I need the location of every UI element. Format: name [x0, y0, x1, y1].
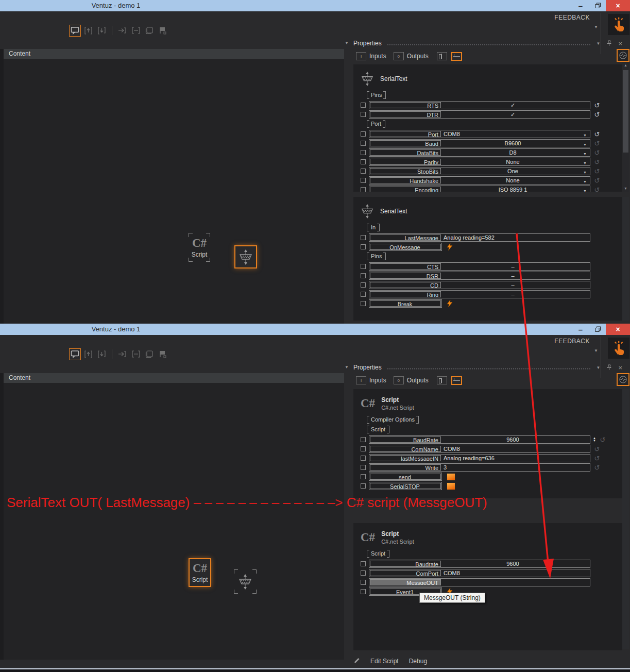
inputs-tab-icon[interactable]: I	[356, 52, 366, 60]
property-label[interactable]: DSR	[370, 273, 441, 279]
serialtext-node[interactable]	[234, 569, 257, 594]
property-value[interactable]: –	[441, 263, 589, 270]
chevron-down-icon[interactable]: ▼	[594, 25, 598, 29]
row-checkbox[interactable]	[361, 273, 366, 278]
fit-horizontal-icon[interactable]	[130, 348, 142, 360]
property-label[interactable]: ComPort	[370, 570, 441, 576]
dropdown-caret-icon[interactable]: ▼	[583, 179, 587, 183]
tab-outputs[interactable]: Outputs	[407, 53, 429, 60]
property-label[interactable]: ComName	[370, 446, 441, 452]
row-checkbox[interactable]	[361, 456, 366, 461]
property-value[interactable]: ISO 8859 1▼	[441, 187, 589, 192]
serialtext-node[interactable]	[234, 245, 257, 268]
scrollbar-track[interactable]	[622, 197, 629, 321]
property-label[interactable]: Encoding	[370, 187, 441, 192]
close-button[interactable]: ×	[606, 0, 630, 11]
flag-icon[interactable]	[157, 25, 168, 37]
property-value[interactable]: COM8	[441, 570, 589, 576]
property-value[interactable]: Analog reading=636	[441, 455, 589, 461]
row-checkbox[interactable]	[361, 159, 366, 164]
property-label[interactable]: RTS	[370, 102, 441, 108]
titlebar[interactable]: Ventuz - demo 1 – ×	[0, 324, 630, 335]
property-label[interactable]: CD	[370, 282, 441, 288]
spinner-control[interactable]: ▲▼	[593, 437, 596, 442]
chevron-down-icon[interactable]: ▼	[594, 348, 598, 353]
property-value[interactable]: D8▼	[441, 149, 589, 156]
row-checkbox[interactable]	[361, 264, 366, 269]
row-checkbox[interactable]	[361, 292, 366, 297]
pin-icon[interactable]	[606, 364, 612, 371]
row-checkbox[interactable]	[361, 112, 366, 117]
reset-icon[interactable]: ↺	[593, 131, 601, 138]
layers-icon[interactable]	[143, 348, 155, 360]
import-icon[interactable]	[96, 348, 108, 360]
properties-scrollbar[interactable]: ▲ ▼	[622, 62, 629, 192]
content-panel-header[interactable]: Content	[4, 373, 344, 383]
split-view-toggle-icon[interactable]	[437, 52, 447, 60]
monitor-values-toggle[interactable]	[617, 49, 629, 62]
panel-menu-caret-icon[interactable]: ▼	[596, 41, 600, 46]
property-value[interactable]: B9600▼	[441, 140, 589, 146]
restore-button[interactable]	[590, 324, 606, 335]
content-canvas[interactable]: C# Script	[4, 59, 344, 324]
titlebar[interactable]: Ventuz - demo 1 – ×	[0, 0, 630, 11]
row-checkbox[interactable]	[361, 235, 366, 240]
split-view-toggle-icon[interactable]	[437, 376, 447, 384]
preview-display-icon[interactable]	[69, 25, 81, 37]
tab-inputs[interactable]: Inputs	[369, 53, 386, 60]
row-checkbox[interactable]	[361, 244, 366, 249]
jump-to-icon[interactable]	[116, 348, 128, 360]
close-panel-icon[interactable]: ×	[618, 364, 622, 372]
property-label[interactable]: SerialSTOP	[370, 483, 441, 489]
property-label[interactable]: send	[370, 474, 441, 480]
jump-to-icon[interactable]	[116, 25, 128, 37]
dropdown-caret-icon[interactable]: ▼	[583, 160, 587, 165]
minimize-button[interactable]: –	[572, 0, 589, 11]
reset-icon[interactable]: ↺	[593, 187, 601, 192]
reset-icon[interactable]: ↺	[593, 102, 601, 109]
panel-collapse-caret-icon[interactable]: ▼	[345, 365, 349, 369]
reset-icon[interactable]: ↺	[593, 140, 601, 147]
interaction-mode-button[interactable]	[608, 338, 629, 359]
scrollbar-thumb[interactable]	[623, 70, 628, 153]
layers-icon[interactable]	[143, 25, 155, 37]
stacked-view-toggle-icon[interactable]	[451, 52, 462, 61]
csharp-script-node[interactable]: C# Script	[189, 558, 211, 587]
csharp-script-node[interactable]: C# Script	[189, 233, 210, 262]
reset-icon[interactable]: ↺	[593, 177, 601, 184]
property-value[interactable]: 3	[441, 464, 589, 471]
row-checkbox[interactable]	[361, 474, 366, 479]
import-icon[interactable]	[96, 25, 108, 37]
reset-icon[interactable]: ↺	[593, 111, 601, 118]
panel-collapse-caret-icon[interactable]: ▼	[345, 41, 349, 45]
inputs-tab-icon[interactable]: I	[356, 376, 366, 384]
property-value[interactable]: –	[441, 273, 589, 279]
group-header-port[interactable]: Port	[367, 120, 385, 128]
debug-button[interactable]: Debug	[409, 658, 427, 665]
property-label[interactable]: Baudrate	[370, 561, 441, 567]
property-value[interactable]: –	[441, 282, 589, 288]
property-label[interactable]: StopBits	[370, 168, 441, 174]
stacked-view-toggle-icon[interactable]	[451, 376, 462, 385]
property-value[interactable]: 9600	[441, 561, 589, 567]
row-checkbox[interactable]	[361, 483, 366, 489]
row-checkbox[interactable]	[361, 570, 366, 576]
export-icon[interactable]	[82, 25, 94, 37]
property-label[interactable]: LastMessage	[370, 234, 441, 241]
event-trigger-icon[interactable]	[447, 243, 453, 250]
row-checkbox[interactable]	[361, 580, 366, 585]
property-label[interactable]: BaudRate	[370, 436, 441, 443]
trigger-button[interactable]	[447, 473, 455, 481]
property-value[interactable]: Analog reading=582	[441, 234, 589, 241]
row-checkbox[interactable]	[361, 131, 366, 137]
row-checkbox[interactable]	[361, 589, 366, 594]
preview-display-icon[interactable]	[69, 348, 81, 360]
property-value[interactable]: None▼	[441, 159, 589, 165]
row-checkbox[interactable]	[361, 103, 366, 108]
row-checkbox[interactable]	[361, 301, 366, 306]
property-label[interactable]: MessgeOUT	[370, 579, 441, 585]
reset-icon[interactable]: ↺	[593, 149, 601, 156]
property-label[interactable]: Write	[370, 464, 441, 471]
row-checkbox[interactable]	[361, 437, 366, 442]
tab-outputs[interactable]: Outputs	[407, 377, 429, 384]
